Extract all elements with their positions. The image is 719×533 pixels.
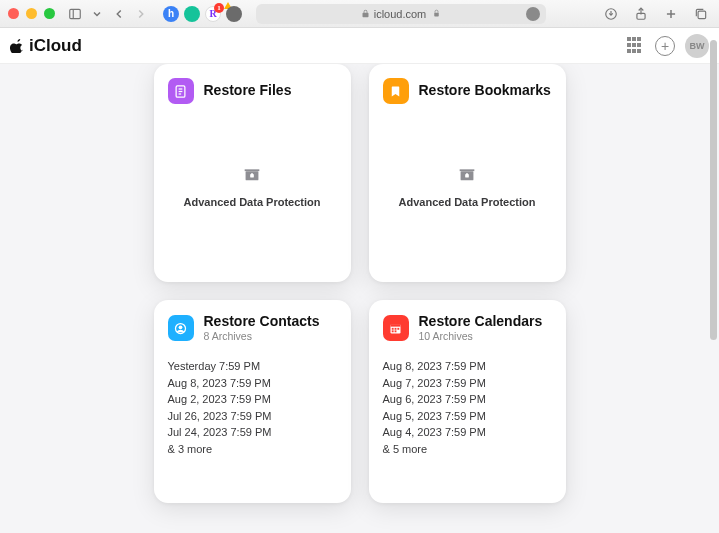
browser-extensions: h R 1: [163, 6, 242, 22]
svg-rect-23: [395, 328, 397, 330]
address-bar[interactable]: icloud.com: [256, 4, 546, 24]
dropdown-chevron-icon[interactable]: [91, 4, 103, 24]
archive-item[interactable]: Aug 5, 2023 7:59 PM: [383, 410, 552, 422]
browser-toolbar: h R 1 icloud.com: [0, 0, 719, 28]
adp-lock-icon: [241, 162, 263, 188]
archive-item[interactable]: Aug 2, 2023 7:59 PM: [168, 393, 337, 405]
restore-calendars-card[interactable]: Restore Calendars 10 Archives Aug 8, 202…: [369, 300, 566, 503]
card-title: Restore Bookmarks: [419, 83, 551, 98]
url-text: icloud.com: [374, 8, 427, 20]
privacy-lock-icon: [432, 9, 441, 18]
archive-item[interactable]: Aug 8, 2023 7:59 PM: [383, 360, 552, 372]
close-window-button[interactable]: [8, 8, 19, 19]
apple-logo-icon: [10, 38, 25, 53]
archive-item[interactable]: Aug 7, 2023 7:59 PM: [383, 377, 552, 389]
card-title: Restore Contacts: [204, 314, 320, 329]
bookmarks-icon: [383, 78, 409, 104]
archive-more[interactable]: & 3 more: [168, 443, 337, 455]
app-header: iCloud + BW: [0, 28, 719, 64]
extension-rakuten-icon[interactable]: R 1: [205, 6, 221, 22]
svg-rect-21: [391, 324, 401, 327]
archive-item[interactable]: Aug 8, 2023 7:59 PM: [168, 377, 337, 389]
files-icon: [168, 78, 194, 104]
archive-more[interactable]: & 5 more: [383, 443, 552, 455]
minimize-window-button[interactable]: [26, 8, 37, 19]
card-title: Restore Calendars: [419, 314, 543, 329]
contacts-archive-list: Yesterday 7:59 PM Aug 8, 2023 7:59 PM Au…: [168, 360, 337, 455]
adp-lock-icon: [456, 162, 478, 188]
tabs-overview-button[interactable]: [691, 4, 711, 24]
contacts-icon: [168, 315, 194, 341]
adp-label: Advanced Data Protection: [399, 196, 536, 208]
app-title[interactable]: iCloud: [10, 36, 82, 56]
back-button[interactable]: [109, 4, 129, 24]
restore-contacts-card[interactable]: Restore Contacts 8 Archives Yesterday 7:…: [154, 300, 351, 503]
card-title: Restore Files: [204, 83, 292, 98]
extension-honey-icon[interactable]: h: [163, 6, 179, 22]
adp-label: Advanced Data Protection: [184, 196, 321, 208]
archive-item[interactable]: Jul 26, 2023 7:59 PM: [168, 410, 337, 422]
svg-rect-7: [698, 11, 706, 19]
share-button[interactable]: [631, 4, 651, 24]
main-content: Restore Files Advanced Data Protection R…: [0, 64, 719, 533]
forward-button[interactable]: [131, 4, 151, 24]
downloads-button[interactable]: [601, 4, 621, 24]
archive-item[interactable]: Jul 24, 2023 7:59 PM: [168, 426, 337, 438]
new-tab-button[interactable]: [661, 4, 681, 24]
app-title-text: iCloud: [29, 36, 82, 56]
lock-icon: [361, 9, 370, 18]
restore-bookmarks-card[interactable]: Restore Bookmarks Advanced Data Protecti…: [369, 64, 566, 282]
archive-item[interactable]: Aug 4, 2023 7:59 PM: [383, 426, 552, 438]
maximize-window-button[interactable]: [44, 8, 55, 19]
extension-other-icon[interactable]: [226, 6, 242, 22]
svg-rect-14: [251, 173, 253, 175]
svg-rect-25: [392, 330, 394, 332]
window-controls: [8, 8, 55, 19]
sidebar-toggle-button[interactable]: [65, 4, 85, 24]
reader-mode-button[interactable]: [526, 7, 540, 21]
svg-rect-17: [466, 173, 468, 175]
svg-rect-0: [70, 9, 81, 18]
svg-rect-2: [435, 13, 440, 17]
card-subtitle: 8 Archives: [204, 330, 320, 342]
account-avatar[interactable]: BW: [685, 34, 709, 58]
restore-files-card[interactable]: Restore Files Advanced Data Protection: [154, 64, 351, 282]
svg-rect-22: [392, 328, 394, 330]
calendars-icon: [383, 315, 409, 341]
card-subtitle: 10 Archives: [419, 330, 543, 342]
archive-item[interactable]: Aug 6, 2023 7:59 PM: [383, 393, 552, 405]
app-launcher-button[interactable]: [627, 37, 645, 55]
archive-item[interactable]: Yesterday 7:59 PM: [168, 360, 337, 372]
create-button[interactable]: +: [655, 36, 675, 56]
scrollbar-thumb[interactable]: [710, 40, 717, 340]
calendars-archive-list: Aug 8, 2023 7:59 PM Aug 7, 2023 7:59 PM …: [383, 360, 552, 455]
svg-rect-24: [397, 328, 399, 330]
svg-point-19: [179, 325, 183, 329]
svg-rect-26: [395, 330, 397, 332]
extension-grammarly-icon[interactable]: [184, 6, 200, 22]
